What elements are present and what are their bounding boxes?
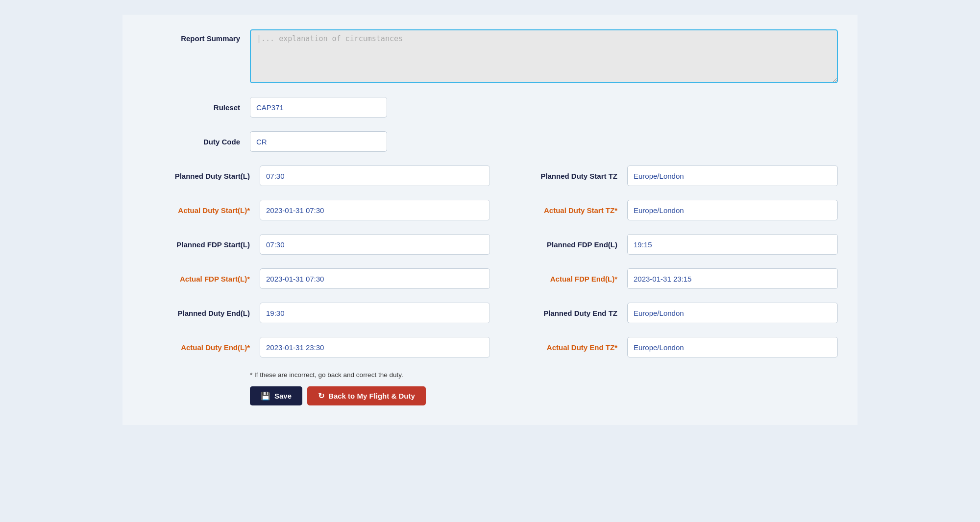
planned-duty-end-l-label: Planned Duty End(L) xyxy=(142,309,250,317)
report-summary-label: Report Summary xyxy=(142,29,240,43)
actual-fdp-start-l-input[interactable] xyxy=(260,268,490,289)
actual-duty-start-l-label: Actual Duty Start(L)* xyxy=(142,206,250,214)
back-button-label: Back to My Flight & Duty xyxy=(328,392,415,400)
planned-duty-start-row: Planned Duty Start(L) Planned Duty Start… xyxy=(142,166,838,186)
planned-duty-start-tz-label: Planned Duty Start TZ xyxy=(510,172,617,180)
actual-duty-end-tz-group: Actual Duty End TZ* xyxy=(490,337,838,357)
planned-duty-start-tz-input[interactable] xyxy=(627,166,838,186)
ruleset-input[interactable] xyxy=(250,97,387,118)
form-container: Report Summary Ruleset Duty Code Planned… xyxy=(122,15,858,425)
back-icon: ↻ xyxy=(318,391,324,401)
actual-fdp-start-l-label: Actual FDP Start(L)* xyxy=(142,275,250,283)
planned-fdp-end-l-group: Planned FDP End(L) xyxy=(490,234,838,255)
actual-fdp-end-l-label: Actual FDP End(L)* xyxy=(510,275,617,283)
duty-code-label: Duty Code xyxy=(142,138,240,146)
actual-duty-end-l-label: Actual Duty End(L)* xyxy=(142,343,250,352)
planned-duty-end-tz-group: Planned Duty End TZ xyxy=(490,303,838,323)
duty-code-row: Duty Code xyxy=(142,131,838,152)
actual-duty-start-row: Actual Duty Start(L)* Actual Duty Start … xyxy=(142,200,838,220)
planned-fdp-start-l-group: Planned FDP Start(L) xyxy=(142,234,490,255)
report-summary-row: Report Summary xyxy=(142,29,838,83)
ruleset-row: Ruleset xyxy=(142,97,838,118)
actual-duty-start-l-input[interactable] xyxy=(260,200,490,220)
actual-duty-end-tz-input[interactable] xyxy=(627,337,838,357)
save-button-label: Save xyxy=(274,392,292,400)
button-row: 💾 Save ↻ Back to My Flight & Duty xyxy=(250,386,838,405)
duty-code-input[interactable] xyxy=(250,131,387,152)
planned-duty-end-row: Planned Duty End(L) Planned Duty End TZ xyxy=(142,303,838,323)
back-button[interactable]: ↻ Back to My Flight & Duty xyxy=(307,386,426,405)
actual-duty-start-l-group: Actual Duty Start(L)* xyxy=(142,200,490,220)
planned-fdp-start-l-label: Planned FDP Start(L) xyxy=(142,240,250,249)
planned-duty-start-tz-group: Planned Duty Start TZ xyxy=(490,166,838,186)
planned-fdp-start-l-input[interactable] xyxy=(260,234,490,255)
form-note: * If these are incorrect, go back and co… xyxy=(250,371,838,379)
actual-fdp-end-l-group: Actual FDP End(L)* xyxy=(490,268,838,289)
report-summary-input[interactable] xyxy=(250,29,838,83)
actual-fdp-end-l-input[interactable] xyxy=(627,268,838,289)
save-icon: 💾 xyxy=(261,391,270,401)
planned-fdp-row: Planned FDP Start(L) Planned FDP End(L) xyxy=(142,234,838,255)
planned-duty-end-l-input[interactable] xyxy=(260,303,490,323)
actual-fdp-row: Actual FDP Start(L)* Actual FDP End(L)* xyxy=(142,268,838,289)
actual-duty-start-tz-label: Actual Duty Start TZ* xyxy=(510,206,617,214)
planned-duty-end-tz-label: Planned Duty End TZ xyxy=(510,309,617,317)
planned-duty-start-l-label: Planned Duty Start(L) xyxy=(142,172,250,180)
actual-duty-end-l-group: Actual Duty End(L)* xyxy=(142,337,490,357)
actual-duty-end-tz-label: Actual Duty End TZ* xyxy=(510,343,617,352)
save-button[interactable]: 💾 Save xyxy=(250,386,302,405)
planned-duty-start-l-group: Planned Duty Start(L) xyxy=(142,166,490,186)
planned-duty-end-tz-input[interactable] xyxy=(627,303,838,323)
actual-duty-end-l-input[interactable] xyxy=(260,337,490,357)
actual-duty-start-tz-group: Actual Duty Start TZ* xyxy=(490,200,838,220)
ruleset-label: Ruleset xyxy=(142,103,240,112)
actual-duty-end-row: Actual Duty End(L)* Actual Duty End TZ* xyxy=(142,337,838,357)
planned-fdp-end-l-input[interactable] xyxy=(627,234,838,255)
planned-duty-start-l-input[interactable] xyxy=(260,166,490,186)
planned-fdp-end-l-label: Planned FDP End(L) xyxy=(510,240,617,249)
actual-duty-start-tz-input[interactable] xyxy=(627,200,838,220)
planned-duty-end-l-group: Planned Duty End(L) xyxy=(142,303,490,323)
actual-fdp-start-l-group: Actual FDP Start(L)* xyxy=(142,268,490,289)
